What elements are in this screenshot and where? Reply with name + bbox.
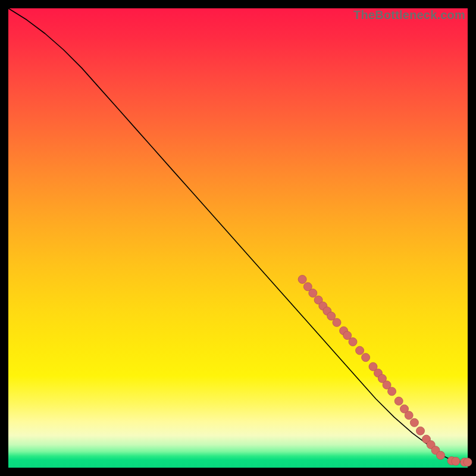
data-point xyxy=(464,458,472,466)
data-point xyxy=(416,427,425,435)
data-point xyxy=(394,397,403,405)
data-point xyxy=(410,418,418,427)
chart-frame: TheBottleneck.com xyxy=(0,0,476,476)
chart-svg xyxy=(8,8,468,468)
data-point xyxy=(452,457,460,465)
data-point xyxy=(333,318,341,327)
data-point xyxy=(309,289,317,298)
data-point xyxy=(298,275,306,284)
data-points-group xyxy=(298,275,472,466)
data-point xyxy=(356,346,364,355)
data-point xyxy=(362,353,370,362)
data-point xyxy=(388,387,396,396)
data-point xyxy=(349,338,357,346)
series-line xyxy=(8,8,468,462)
data-point xyxy=(405,411,413,419)
plot-area: TheBottleneck.com xyxy=(8,8,468,468)
data-point xyxy=(437,451,445,459)
